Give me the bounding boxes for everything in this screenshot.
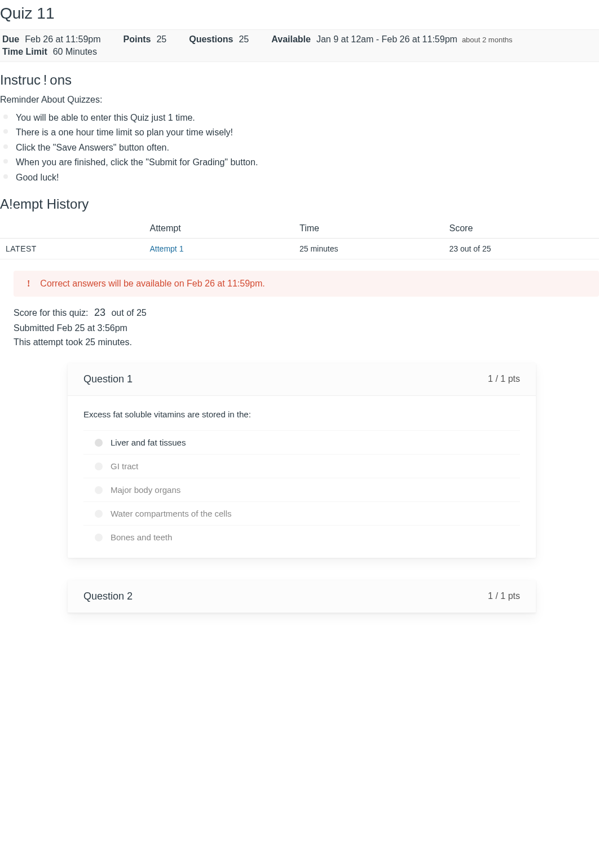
- question-title: Question 1: [83, 373, 133, 385]
- meta-due-label: Due: [2, 34, 19, 45]
- history-header-time: Time: [300, 219, 450, 239]
- meta-points: Points 25: [124, 33, 167, 46]
- question-text: Excess fat soluble vitamins are stored i…: [83, 409, 520, 419]
- quiz-meta-bar: Due Feb 26 at 11:59pm Points 25 Question…: [0, 29, 599, 62]
- history-row: LATEST Attempt 1 25 minutes 23 out of 25: [0, 238, 599, 259]
- alert-text: Correct answers will be available on Feb…: [40, 279, 265, 289]
- history-score: 23 out of 25: [450, 238, 600, 259]
- page-title: Quiz 11: [0, 5, 599, 23]
- question-body: Excess fat soluble vitamins are stored i…: [68, 396, 536, 558]
- meta-questions: Questions 25: [189, 33, 249, 46]
- reminder-label: Reminder About Quizzes:: [0, 95, 599, 105]
- meta-available-label: Available: [271, 34, 311, 45]
- question-card: Question 1 1 / 1 pts Excess fat soluble …: [68, 363, 536, 558]
- instruction-item: When you are finished, click the "Submit…: [0, 155, 599, 170]
- question-points: 1 / 1 pts: [488, 374, 520, 384]
- meta-questions-value: 25: [239, 34, 249, 45]
- meta-due-value: Feb 26 at 11:59pm: [25, 34, 100, 45]
- question-header: Question 1 1 / 1 pts: [68, 363, 536, 396]
- question-title: Question 2: [83, 591, 133, 602]
- history-header-score: Score: [450, 219, 600, 239]
- meta-timelimit-value: 60 Minutes: [53, 47, 97, 57]
- history-latest-label: LATEST: [0, 238, 150, 259]
- attempt-link[interactable]: Attempt 1: [150, 244, 184, 253]
- answer-option: Water compartments of the cells: [83, 501, 520, 525]
- attempt-history-table: Attempt Time Score LATEST Attempt 1 25 m…: [0, 219, 599, 259]
- score-summary: Score for this quiz: 23 out of 25 Submit…: [0, 305, 599, 350]
- instruction-item: Click the "Save Answers" button often.: [0, 140, 599, 155]
- score-out-of: out of 25: [111, 308, 146, 318]
- submitted-time: Submitted Feb 25 at 3:56pm: [14, 321, 599, 336]
- answer-option: Liver and fat tissues: [83, 430, 520, 454]
- instruction-item: There is a one hour time limit so plan y…: [0, 125, 599, 140]
- question-card: Question 2 1 / 1 pts: [68, 580, 536, 613]
- meta-points-label: Points: [124, 34, 151, 45]
- answers-availability-alert: ! Correct answers will be available on F…: [14, 271, 599, 297]
- meta-questions-label: Questions: [189, 34, 233, 45]
- meta-available-note: about 2 months: [462, 36, 513, 44]
- score-label: Score for this quiz:: [14, 308, 89, 318]
- warning-icon: !: [27, 279, 30, 289]
- meta-timelimit: Time Limit 60 Minutes: [2, 46, 97, 58]
- instruction-item: Good luck!: [0, 170, 599, 185]
- instructions-list: You will be able to enter this Quiz just…: [0, 111, 599, 185]
- history-header-blank: [0, 219, 150, 239]
- history-header-attempt: Attempt: [150, 219, 300, 239]
- history-time: 25 minutes: [300, 238, 450, 259]
- attempt-history-heading: A!empt History: [0, 196, 599, 212]
- meta-due: Due Feb 26 at 11:59pm: [2, 33, 101, 46]
- attempt-duration: This attempt took 25 minutes.: [14, 335, 599, 350]
- answer-option: Bones and teeth: [83, 525, 520, 549]
- meta-available-value: Jan 9 at 12am - Feb 26 at 11:59pm: [316, 34, 457, 45]
- meta-points-value: 25: [156, 34, 166, 45]
- instruction-item: You will be able to enter this Quiz just…: [0, 111, 599, 125]
- score-value: 23: [91, 305, 109, 321]
- question-points: 1 / 1 pts: [488, 591, 520, 601]
- answer-option: Major body organs: [83, 478, 520, 501]
- instructions-heading-text: Instruc ! ons: [0, 72, 72, 87]
- answer-option: GI tract: [83, 454, 520, 478]
- meta-available: Available Jan 9 at 12am - Feb 26 at 11:5…: [271, 33, 512, 46]
- meta-timelimit-label: Time Limit: [2, 47, 47, 57]
- instructions-heading: Instruc ! ons: [0, 72, 599, 88]
- question-header: Question 2 1 / 1 pts: [68, 580, 536, 613]
